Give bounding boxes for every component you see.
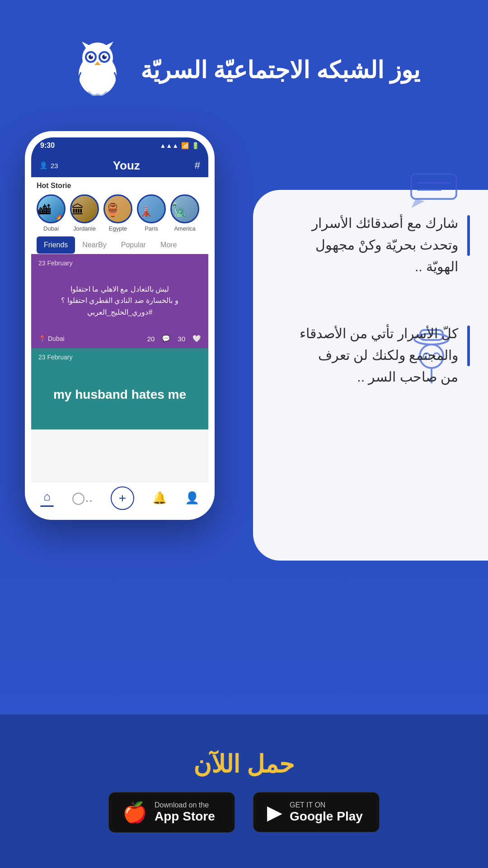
user-count: 23 — [51, 162, 58, 170]
user-icon: 👤 — [39, 161, 48, 170]
posts-area: 23 February ليش بالتعادل مع الاهلي ما اح… — [31, 254, 208, 444]
post-2-content: my husband hates me — [38, 365, 201, 424]
google-play-bottom-label: Google Play — [290, 809, 363, 824]
chat-decoration-icon — [407, 172, 461, 214]
dubai-emoji: 🏙 — [38, 203, 51, 217]
phone-mockup: 9:30 ▲▲▲ 📶 🔋 👤 23 Youz # — [25, 131, 215, 520]
story-item-egypte[interactable]: 🏺 Egypte — [103, 194, 132, 232]
story-label-egypte: Egypte — [109, 225, 127, 232]
story-label-jordanie: Jordanie — [73, 225, 96, 232]
svg-marker-16 — [411, 199, 425, 208]
fire-badge: 🔥 — [56, 214, 63, 221]
profile-icon: 👤 — [185, 491, 199, 505]
tab-more[interactable]: More — [153, 236, 184, 254]
story-item-america[interactable]: 🗽 America — [170, 194, 199, 232]
status-bar: 9:30 ▲▲▲ 📶 🔋 — [31, 137, 208, 154]
feature-block-1: شارك مع أصدقائك الأسرار وتحدث بحريّة وكن… — [249, 212, 470, 278]
story-circle-egypte: 🏺 — [103, 194, 132, 223]
post-1-footer: 📍 Dubai 20 💬 30 🤍 — [38, 335, 201, 343]
post-card-2: 23 February my husband hates me — [31, 348, 208, 429]
battery-icon: 🔋 — [192, 142, 199, 149]
comment-count[interactable]: 20 — [147, 335, 155, 343]
story-item-paris[interactable]: 🗼 Paris — [137, 194, 166, 232]
post-1-date: 23 February — [38, 259, 201, 267]
post-2-text: my husband hates me — [53, 387, 186, 402]
feature-block-2: كلّ الأسرار تأتي من الأصدقاء والمجتمع ول… — [249, 323, 470, 388]
story-label-dubai: Dubai — [43, 225, 59, 232]
post-1-text: ليش بالتعادل مع الاهلي ما احتفلوا و بالخ… — [61, 283, 178, 318]
jordanie-emoji: 🏛 — [71, 203, 84, 217]
hot-stories-title: Hot Storie — [37, 182, 203, 190]
status-icons: ▲▲▲ 📶 🔋 — [160, 142, 199, 149]
paris-emoji: 🗼 — [138, 203, 154, 217]
story-circle-america: 🗽 — [170, 194, 199, 223]
nav-profile[interactable]: 👤 — [185, 491, 199, 505]
story-item-jordanie[interactable]: 🏛 Jordanie — [70, 194, 99, 232]
chat-icon: ◯‥ — [72, 491, 93, 505]
app-store-bottom-label: App Store — [155, 809, 215, 824]
like-count[interactable]: 30 — [178, 335, 185, 343]
feature-text-2: كلّ الأسرار تأتي من الأصدقاء والمجتمع ول… — [300, 323, 458, 388]
location-pin-icon: 📍 — [38, 335, 46, 342]
story-item-dubai[interactable]: 🏙 🔥 Dubai — [37, 194, 66, 232]
story-circle-dubai: 🏙 🔥 — [37, 194, 66, 223]
hashtag-icon: # — [195, 160, 200, 171]
svg-point-10 — [91, 55, 93, 57]
phone-outer-frame: 9:30 ▲▲▲ 📶 🔋 👤 23 Youz # — [25, 131, 215, 520]
tab-friends[interactable]: Friends — [37, 236, 75, 254]
story-label-paris: Paris — [145, 225, 158, 232]
tabs-row: Friends NearBy Popular More — [31, 236, 208, 254]
comment-icon[interactable]: 💬 — [162, 335, 170, 343]
post-1-content: ليش بالتعادل مع الاهلي ما احتفلوا و بالخ… — [38, 271, 201, 330]
tab-nearby[interactable]: NearBy — [75, 236, 113, 254]
header-title: يوز الشبكه الاجتماعيّة السريّة — [141, 57, 420, 84]
download-title: حمل اللآن — [193, 750, 294, 778]
nav-home[interactable]: ⌂ — [40, 490, 54, 507]
google-play-top-label: GET IT ON — [290, 801, 363, 809]
stories-row: 🏙 🔥 Dubai 🏛 Jordanie — [37, 194, 203, 232]
post-1-location: 📍 Dubai — [38, 335, 65, 342]
bottom-nav: ⌂ ◯‥ + 🔔 👤 — [31, 482, 208, 514]
nav-chat[interactable]: ◯‥ — [72, 491, 93, 505]
post-card-1: 23 February ليش بالتعادل مع الاهلي ما اح… — [31, 254, 208, 348]
app-header-left: 👤 23 — [39, 161, 58, 170]
hot-stories-section: Hot Storie 🏙 🔥 Dubai 🏛 — [31, 177, 208, 236]
signal-icon: ▲▲▲ — [160, 142, 178, 149]
right-content: شارك مع أصدقائك الأسرار وتحدث بحريّة وكن… — [249, 212, 470, 424]
svg-rect-13 — [411, 174, 456, 199]
post-2-date: 23 February — [38, 354, 201, 361]
status-time: 9:30 — [40, 142, 55, 150]
google-play-icon: ▶ — [267, 801, 282, 824]
nav-bell[interactable]: 🔔 — [152, 491, 167, 505]
post-1-actions: 20 💬 30 🤍 — [147, 335, 201, 343]
tab-popular[interactable]: Popular — [114, 236, 153, 254]
nav-active-indicator — [40, 505, 54, 507]
feature-accent-2 — [467, 326, 470, 366]
bottom-section: حمل اللآن 🍎 Download on the App Store ▶ … — [0, 714, 488, 868]
store-buttons: 🍎 Download on the App Store ▶ GET IT ON … — [108, 792, 380, 833]
svg-point-11 — [104, 55, 106, 57]
feature-text-1: شارك مع أصدقائك الأسرار وتحدث بحريّة وكن… — [312, 212, 458, 278]
header: يوز الشبكه الاجتماعيّة السريّة — [0, 0, 488, 127]
page-background: يوز الشبكه الاجتماعيّة السريّة — [0, 0, 488, 868]
wifi-icon: 📶 — [181, 142, 189, 149]
like-icon[interactable]: 🤍 — [192, 335, 201, 343]
feature-accent-1 — [467, 215, 470, 256]
plus-button[interactable]: + — [111, 486, 134, 510]
story-circle-paris: 🗼 — [137, 194, 166, 223]
owl-logo — [68, 41, 127, 99]
app-header: 👤 23 Youz # — [31, 154, 208, 177]
egypte-emoji: 🏺 — [105, 203, 121, 217]
bell-icon: 🔔 — [152, 491, 167, 505]
story-circle-jordanie: 🏛 — [70, 194, 99, 223]
app-store-button[interactable]: 🍎 Download on the App Store — [108, 792, 235, 833]
america-emoji: 🗽 — [172, 203, 188, 217]
nav-plus[interactable]: + — [111, 486, 134, 510]
phone-screen: 9:30 ▲▲▲ 📶 🔋 👤 23 Youz # — [31, 137, 208, 514]
app-store-text: Download on the App Store — [155, 801, 215, 824]
app-name: Youz — [113, 159, 140, 173]
google-play-button[interactable]: ▶ GET IT ON Google Play — [253, 792, 380, 832]
app-store-top-label: Download on the — [155, 801, 215, 809]
google-play-text: GET IT ON Google Play — [290, 801, 363, 824]
plus-icon: + — [119, 491, 126, 505]
